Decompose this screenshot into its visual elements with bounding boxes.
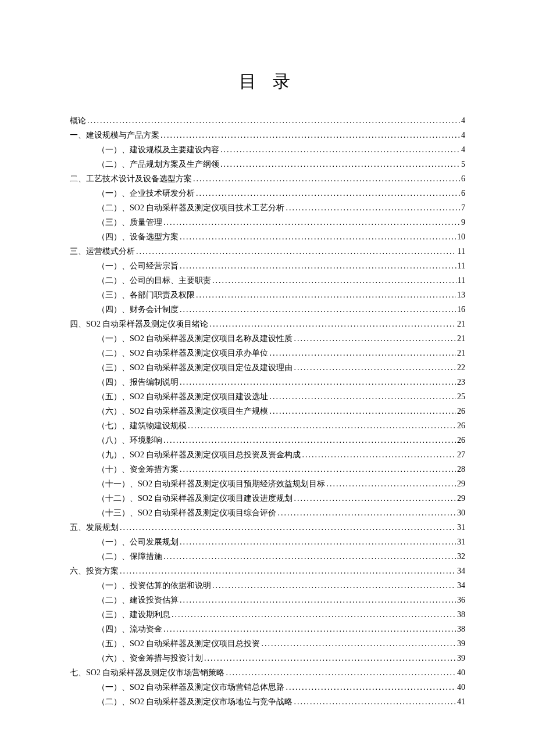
toc-entry-label: （四）、财务会计制度 <box>97 306 179 314</box>
toc-entry[interactable]: （一）、SO2 自动采样器及测定仪市场营销总体思路40 <box>70 683 465 691</box>
toc-entry-page: 26 <box>457 436 465 445</box>
toc-entry-page: 27 <box>457 451 465 459</box>
toc-entry[interactable]: （四）、报告编制说明23 <box>70 378 465 386</box>
toc-entry-label: 一、建设规模与产品方案 <box>70 131 159 139</box>
toc-entry-label: （一）、公司经营宗旨 <box>97 262 179 270</box>
toc-entry[interactable]: 一、建设规模与产品方案4 <box>70 131 465 139</box>
toc-leader-dots <box>163 553 456 561</box>
toc-entry[interactable]: 三、运营模式分析11 <box>70 248 465 256</box>
toc-entry[interactable]: （六）、资金筹措与投资计划39 <box>70 654 465 662</box>
toc-entry[interactable]: （十）、资金筹措方案28 <box>70 465 465 474</box>
toc-entry[interactable]: （十一）、SO2 自动采样器及测定仪项目预期经济效益规划目标29 <box>70 480 465 488</box>
toc-entry[interactable]: （三）、建设期利息38 <box>70 611 465 619</box>
toc-entry[interactable]: （一）、投资估算的依据和说明34 <box>70 582 465 590</box>
toc-entry-page: 6 <box>461 189 465 198</box>
toc-entry-label: 五、发展规划 <box>70 524 119 532</box>
toc-leader-dots <box>302 451 456 459</box>
toc-leader-dots <box>163 218 460 227</box>
toc-entry-label: （四）、报告编制说明 <box>97 378 179 386</box>
toc-entry[interactable]: （九）、SO2 自动采样器及测定仪项目总投资及资金构成27 <box>70 451 465 459</box>
toc-leader-dots <box>180 262 456 270</box>
toc-entry-page: 34 <box>457 582 465 590</box>
toc-leader-dots <box>136 248 456 256</box>
toc-entry-label: （三）、建设期利息 <box>97 611 170 619</box>
toc-entry[interactable]: （二）、建设投资估算36 <box>70 596 465 604</box>
toc-entry[interactable]: （一）、SO2 自动采样器及测定仪项目名称及建设性质21 <box>70 335 465 343</box>
toc-entry-page: 41 <box>457 698 465 706</box>
toc-entry-page: 26 <box>457 422 465 430</box>
toc-entry-page: 32 <box>457 553 465 561</box>
toc-entry[interactable]: （四）、设备选型方案10 <box>70 233 465 241</box>
toc-leader-dots <box>180 378 456 386</box>
toc-entry-label: 七、SO2 自动采样器及测定仪市场营销策略 <box>70 669 224 677</box>
toc-entry-label: 三、运营模式分析 <box>70 248 135 256</box>
toc-entry-page: 31 <box>457 538 465 546</box>
toc-entry[interactable]: 四、SO2 自动采样器及测定仪项目绪论21 <box>70 320 465 328</box>
toc-entry[interactable]: （一）、公司发展规划31 <box>70 538 465 546</box>
toc-leader-dots <box>196 291 456 299</box>
toc-entry-label: 二、工艺技术设计及设备选型方案 <box>70 175 192 183</box>
toc-entry-label: 概论 <box>70 117 86 125</box>
toc-leader-dots <box>160 131 460 139</box>
toc-leader-dots <box>193 175 460 183</box>
toc-entry-page: 26 <box>457 407 465 415</box>
toc-entry[interactable]: （一）、建设规模及主要建设内容4 <box>70 146 465 154</box>
toc-leader-dots <box>212 277 456 285</box>
toc-entry[interactable]: 六、投资方案34 <box>70 567 465 575</box>
toc-entry[interactable]: （四）、财务会计制度16 <box>70 306 465 314</box>
toc-entry[interactable]: （七）、建筑物建设规模26 <box>70 422 465 430</box>
toc-entry-page: 21 <box>457 349 465 357</box>
toc-entry[interactable]: 五、发展规划31 <box>70 524 465 532</box>
toc-entry[interactable]: （五）、SO2 自动采样器及测定仪项目总投资39 <box>70 640 465 648</box>
toc-entry[interactable]: （二）、公司的目标、主要职责11 <box>70 277 465 285</box>
toc-entry[interactable]: （三）、各部门职责及权限13 <box>70 291 465 299</box>
toc-leader-dots <box>294 495 456 503</box>
toc-entry[interactable]: （十二）、SO2 自动采样器及测定仪项目建设进度规划29 <box>70 495 465 503</box>
toc-leader-dots <box>87 117 460 125</box>
toc-entry[interactable]: （三）、质量管理9 <box>70 218 465 227</box>
toc-entry-page: 10 <box>457 233 465 241</box>
toc-entry-label: （二）、SO2 自动采样器及测定仪项目承办单位 <box>97 349 268 357</box>
toc-entry[interactable]: （一）、企业技术研发分析6 <box>70 189 465 198</box>
toc-entry[interactable]: （二）、SO2 自动采样器及测定仪市场地位与竞争战略41 <box>70 698 465 706</box>
toc-leader-dots <box>277 509 456 517</box>
toc-entry-label: （二）、公司的目标、主要职责 <box>97 277 211 285</box>
toc-leader-dots <box>188 422 456 430</box>
toc-entry[interactable]: （六）、SO2 自动采样器及测定仪项目生产规模26 <box>70 407 465 415</box>
toc-entry[interactable]: （二）、SO2 自动采样器及测定仪项目技术工艺分析7 <box>70 204 465 212</box>
toc-entry-label: （十一）、SO2 自动采样器及测定仪项目预期经济效益规划目标 <box>97 480 325 488</box>
toc-entry[interactable]: （三）、SO2 自动采样器及测定仪项目定位及建设理由22 <box>70 364 465 372</box>
toc-leader-dots <box>286 683 456 691</box>
toc-entry[interactable]: （一）、公司经营宗旨11 <box>70 262 465 270</box>
toc-entry-label: （四）、设备选型方案 <box>97 233 179 241</box>
toc-entry[interactable]: （八）、环境影响26 <box>70 436 465 445</box>
toc-entry-page: 31 <box>457 524 465 532</box>
toc-entry[interactable]: （二）、SO2 自动采样器及测定仪项目承办单位21 <box>70 349 465 357</box>
toc-entry-page: 4 <box>461 146 465 154</box>
toc-leader-dots <box>269 407 456 415</box>
toc-leader-dots <box>209 320 456 328</box>
toc-entry[interactable]: 七、SO2 自动采样器及测定仪市场营销策略40 <box>70 669 465 677</box>
toc-leader-dots <box>220 146 460 154</box>
toc-leader-dots <box>180 596 456 604</box>
toc-entry-label: （八）、环境影响 <box>97 436 162 445</box>
toc-entry[interactable]: （二）、产品规划方案及生产纲领5 <box>70 160 465 169</box>
toc-entry-page: 21 <box>457 335 465 343</box>
toc-entry-label: （三）、SO2 自动采样器及测定仪项目定位及建设理由 <box>97 364 293 372</box>
toc-entry[interactable]: （十三）、SO2 自动采样器及测定仪项目综合评价30 <box>70 509 465 517</box>
toc-entry-page: 5 <box>461 160 465 169</box>
toc-entry[interactable]: 二、工艺技术设计及设备选型方案6 <box>70 175 465 183</box>
toc-entry[interactable]: （五）、SO2 自动采样器及测定仪项目建设选址25 <box>70 393 465 401</box>
toc-entry-label: （三）、各部门职责及权限 <box>97 291 195 299</box>
toc-entry-page: 29 <box>457 480 465 488</box>
toc-entry[interactable]: （四）、流动资金38 <box>70 625 465 633</box>
toc-entry-page: 39 <box>457 654 465 662</box>
toc-entry[interactable]: （二）、保障措施32 <box>70 553 465 561</box>
toc-entry-page: 4 <box>461 117 465 125</box>
table-of-contents: 概论4一、建设规模与产品方案4（一）、建设规模及主要建设内容4（二）、产品规划方… <box>70 117 465 706</box>
toc-entry-page: 7 <box>461 204 465 212</box>
toc-leader-dots <box>212 582 456 590</box>
toc-entry[interactable]: 概论4 <box>70 117 465 125</box>
toc-entry-page: 38 <box>457 611 465 619</box>
toc-leader-dots <box>120 524 456 532</box>
